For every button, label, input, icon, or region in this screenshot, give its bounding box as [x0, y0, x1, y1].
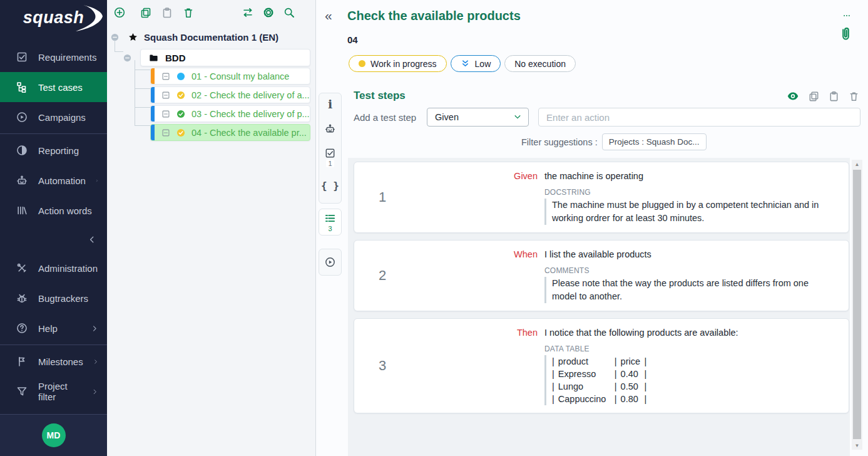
action-words-icon: [16, 204, 28, 217]
step-block-label: DOCSTRING: [544, 188, 840, 197]
status-circle-icon: [176, 71, 186, 81]
sidebar-collapse-button[interactable]: [0, 225, 107, 253]
step-keyword: When: [411, 248, 538, 261]
sidebar-item-help[interactable]: Help: [0, 313, 107, 343]
sidebar-item-requirements[interactable]: Requirements: [0, 42, 107, 72]
sidebar-item-bugtrackers[interactable]: Bugtrackers: [0, 283, 107, 313]
sidebar-item-action-words[interactable]: Action words: [0, 195, 107, 225]
sidebar: squash Requirements Test cases Campaigns…: [0, 0, 107, 456]
collapse-item-icon[interactable]: [161, 128, 170, 137]
importance-low-icon: [461, 59, 470, 68]
tree-item-list: 01 - Consult my balance 02 - Check the d…: [150, 68, 310, 141]
main-panel: « Check the available products 04 Work i…: [317, 0, 868, 456]
logo-text: squash: [23, 8, 84, 28]
tree-item-3[interactable]: 03 - Check the delivery of p...: [150, 105, 310, 122]
step-number: 2: [379, 267, 386, 284]
collapse-item-icon[interactable]: [161, 72, 170, 81]
automation-priority-bar: [151, 68, 155, 84]
user-avatar[interactable]: MD: [42, 423, 66, 447]
add-step-row: Add a test step Given: [354, 108, 860, 127]
chevron-right-icon: [93, 358, 98, 365]
bugtrackers-icon: [16, 292, 28, 304]
step-action-text: I notice that the following products are…: [538, 326, 840, 339]
vertical-scrollbar[interactable]: ▲ ▼: [852, 160, 862, 450]
braces-tab-icon[interactable]: { }: [321, 180, 339, 192]
scroll-down-icon[interactable]: ▼: [852, 441, 862, 450]
administration-icon: [16, 262, 28, 274]
project-label: Squash Documentation 1 (EN): [144, 32, 278, 43]
copy-icon[interactable]: [140, 6, 152, 19]
delete-steps-icon[interactable]: [848, 90, 860, 102]
settings-icon[interactable]: [262, 6, 275, 19]
search-icon[interactable]: [283, 6, 295, 19]
add-icon[interactable]: [113, 6, 126, 19]
keyword-select[interactable]: Given: [427, 108, 529, 127]
sidebar-item-label: Requirements: [38, 52, 96, 63]
sidebar-item-automation[interactable]: Automation: [0, 165, 107, 195]
squash-app-window: squash Requirements Test cases Campaigns…: [0, 0, 868, 456]
sidebar-item-test-cases[interactable]: Test cases: [0, 72, 107, 102]
step-number: 3: [379, 358, 386, 374]
step-action-text: I list the available products: [538, 248, 840, 261]
filter-projects-chip[interactable]: Projects : Squash Doc...: [602, 133, 707, 150]
sidebar-item-milestones[interactable]: Milestones: [0, 346, 107, 376]
tree-item-2[interactable]: 02 - Check the delivery of a...: [150, 86, 310, 103]
robot-tab-icon[interactable]: [324, 123, 336, 135]
milestones-icon: [16, 355, 28, 368]
tree-item-label: 01 - Consult my balance: [191, 71, 289, 81]
tree-item-label: 03 - Check the delivery of p...: [191, 109, 310, 119]
collapse-folder-icon[interactable]: [123, 53, 132, 63]
sidebar-item-label: Bugtrackers: [38, 293, 88, 304]
paste-icon[interactable]: [161, 6, 173, 19]
info-tab-icon[interactable]: i: [328, 98, 332, 110]
sidebar-footer: MD: [0, 414, 107, 456]
step-keyword: Given: [411, 170, 538, 182]
transfer-icon[interactable]: [242, 6, 254, 19]
test-steps-header: Test steps: [354, 90, 860, 102]
chevron-right-icon: [92, 388, 98, 395]
test-step-3[interactable]: 3 Then I notice that the following produ…: [354, 318, 849, 413]
checklist-tab-icon[interactable]: 1: [324, 147, 336, 167]
tree-item-1[interactable]: 01 - Consult my balance: [150, 68, 310, 85]
attachments-icon[interactable]: [838, 25, 854, 43]
collapse-item-icon[interactable]: [161, 110, 170, 118]
folder-icon: [148, 53, 159, 63]
delete-icon[interactable]: [182, 6, 195, 19]
sidebar-item-campaigns[interactable]: Campaigns: [0, 102, 107, 132]
list-tab-icon[interactable]: 3: [324, 212, 336, 232]
reporting-icon: [16, 144, 28, 157]
sidebar-item-administration[interactable]: Administration: [0, 253, 107, 283]
scroll-up-icon[interactable]: ▲: [852, 160, 862, 168]
automation-priority-bar: [151, 87, 155, 103]
step-block-text: Please note that the way the products ar…: [544, 277, 840, 303]
test-step-1[interactable]: 1 Given the machine is operating DOCSTRI…: [354, 162, 849, 233]
preview-icon[interactable]: [786, 90, 800, 102]
add-step-label: Add a test step: [354, 112, 416, 123]
action-input[interactable]: [538, 108, 860, 127]
favorite-star-icon: [128, 32, 138, 43]
importance-badge[interactable]: Low: [451, 55, 501, 72]
test-step-2[interactable]: 2 When I list the available products COM…: [354, 240, 849, 311]
filter-suggestions-row: Filter suggestions : Projects : Squash D…: [521, 133, 707, 150]
paste-steps-icon[interactable]: [828, 90, 840, 102]
tree-item-4[interactable]: 04 - Check the available pr...: [150, 124, 310, 141]
status-badge[interactable]: Work in progress: [349, 55, 447, 72]
step-block-label: DATA TABLE: [544, 345, 840, 353]
sidebar-item-reporting[interactable]: Reporting: [0, 135, 107, 165]
sidebar-item-project-filter[interactable]: Project filter: [0, 376, 107, 407]
copy-steps-icon[interactable]: [808, 90, 820, 102]
page-title: Check the available products: [347, 9, 521, 23]
folder-label: BDD: [165, 53, 186, 63]
collapse-panel-icon[interactable]: «: [325, 9, 332, 22]
scrollbar-thumb[interactable]: [853, 170, 861, 439]
automation-icon: [16, 174, 28, 187]
tree-item-label: 04 - Check the available pr...: [191, 128, 307, 138]
collapse-item-icon[interactable]: [161, 91, 170, 100]
tree-root-row[interactable]: Squash Documentation 1 (EN): [107, 29, 315, 45]
status-dot-icon: [359, 60, 365, 67]
play-tab-icon[interactable]: [324, 256, 336, 268]
sidebar-item-label: Milestones: [38, 356, 83, 367]
more-actions-icon[interactable]: [840, 12, 853, 19]
divider: [0, 133, 107, 134]
folder-node[interactable]: BDD: [140, 49, 310, 66]
